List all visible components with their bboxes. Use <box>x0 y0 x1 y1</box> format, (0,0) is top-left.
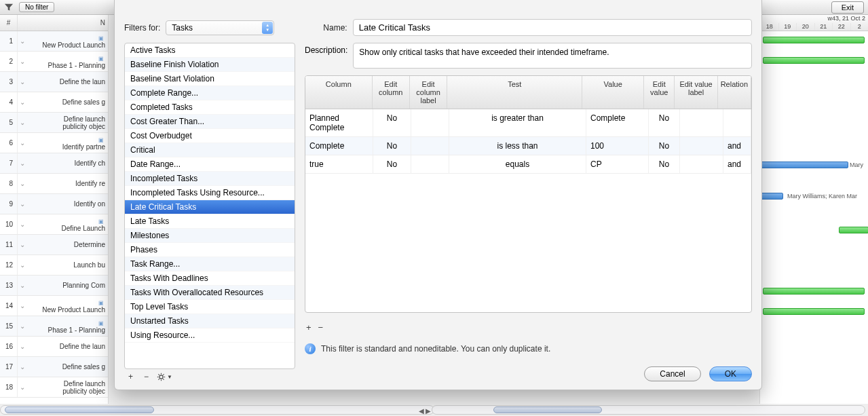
disclosure-icon[interactable]: ▣ <box>98 320 104 326</box>
task-row[interactable]: 14⌄▣New Product Launch <box>0 296 108 316</box>
filter-list-item[interactable]: Date Range... <box>125 157 295 172</box>
filters-for-select[interactable] <box>166 20 274 35</box>
filter-list-item[interactable]: Late Critical Tasks <box>125 200 295 214</box>
filters-for-value[interactable] <box>166 20 274 35</box>
description-input[interactable]: Show only critical tasks that have excee… <box>353 43 752 69</box>
criteria-row[interactable]: trueNoequalsCPNoand <box>305 155 751 174</box>
filter-list-item[interactable]: Cost Greater Than... <box>125 115 295 129</box>
task-row[interactable]: 11⌄Determine <box>0 235 108 255</box>
th-edit-value-label[interactable]: Edit value label <box>675 76 717 109</box>
filter-actions-menu[interactable]: ▼ <box>157 373 172 381</box>
criteria-row[interactable]: Planned CompleteNois greater thanComplet… <box>305 109 751 137</box>
add-filter-button[interactable]: + <box>126 372 136 381</box>
gantt-bar[interactable] <box>760 162 848 168</box>
gantt-bar[interactable] <box>839 227 868 233</box>
task-row[interactable]: 3⌄Define the laun <box>0 72 108 92</box>
task-row[interactable]: 7⌄Identify ch <box>0 153 108 174</box>
filter-icon[interactable] <box>4 3 14 12</box>
task-row[interactable]: 4⌄Define sales g <box>0 92 108 113</box>
filter-list-item[interactable]: Incompleted Tasks Using Resource... <box>125 186 295 200</box>
cancel-button[interactable]: Cancel <box>644 366 700 381</box>
filter-list-item[interactable]: Cost Overbudget <box>125 129 295 143</box>
disclosure-icon[interactable]: ▣ <box>98 35 104 41</box>
gear-icon <box>157 373 166 381</box>
task-row-indicator-icon: ⌄ <box>18 322 27 330</box>
task-row-indicator-icon: ⌄ <box>18 159 27 167</box>
scroll-right-icon[interactable]: ▶ <box>426 407 431 415</box>
exit-button[interactable]: Exit <box>831 1 864 14</box>
th-value[interactable]: Value <box>582 76 644 109</box>
task-row-number: 8 <box>0 174 18 193</box>
th-test[interactable]: Test <box>447 76 582 109</box>
horizontal-scrollbar-left[interactable]: ◀▶ <box>0 405 434 415</box>
filter-list-item[interactable]: Task Range... <box>125 257 295 271</box>
task-row-indicator-icon: ⌄ <box>18 200 27 208</box>
ok-button[interactable]: OK <box>709 366 752 381</box>
task-row-indicator-icon: ⌄ <box>18 58 27 65</box>
task-row[interactable]: 15⌄▣Phase 1 - Planning <box>0 316 108 337</box>
disclosure-icon[interactable]: ▣ <box>98 137 104 143</box>
task-row[interactable]: 13⌄Planning Com <box>0 276 108 296</box>
horizontal-scrollbar-right[interactable] <box>432 405 865 415</box>
filter-list-item[interactable]: Complete Range... <box>125 86 295 100</box>
filter-list-item[interactable]: Baseline Start Violation <box>125 72 295 86</box>
svg-line-5 <box>158 374 159 375</box>
gantt-bar[interactable] <box>763 57 865 64</box>
task-row-name: Planning Com <box>27 282 108 289</box>
filter-list-item[interactable]: Phases <box>125 243 295 257</box>
scroll-left-icon[interactable]: ◀ <box>419 407 424 415</box>
task-row[interactable]: 18⌄Define launchpublicity objec <box>0 377 108 398</box>
filter-list-item[interactable]: Critical <box>125 143 295 157</box>
task-row[interactable]: 8⌄Identify re <box>0 174 108 194</box>
task-row[interactable]: 6⌄▣Identify partne <box>0 133 108 153</box>
filter-list-item[interactable]: Tasks With Overallocated Resources <box>125 286 295 300</box>
select-stepper-icon[interactable] <box>262 22 273 34</box>
task-row-number: 16 <box>0 337 18 356</box>
cell-relation <box>723 109 751 136</box>
task-row[interactable]: 16⌄Define the laun <box>0 337 108 357</box>
filter-list-item[interactable]: Active Tasks <box>125 43 295 58</box>
task-row[interactable]: 10⌄▣Define Launch <box>0 214 108 235</box>
disclosure-icon[interactable]: ▣ <box>98 219 104 225</box>
task-row[interactable]: 9⌄Identify on <box>0 194 108 214</box>
th-edit-column[interactable]: Edit column <box>373 76 410 109</box>
remove-criterion-button[interactable]: − <box>318 322 324 333</box>
filter-list-item[interactable]: Baseline Finish Violation <box>125 58 295 72</box>
filter-list-item[interactable]: Unstarted Tasks <box>125 314 295 328</box>
task-row[interactable]: 5⌄Define launchpublicity objec <box>0 113 108 133</box>
filter-list-item[interactable]: Using Resource... <box>125 328 295 343</box>
th-edit-value[interactable]: Edit value <box>644 76 675 109</box>
filter-list-item[interactable]: Completed Tasks <box>125 100 295 115</box>
task-row[interactable]: 2⌄▣Phase 1 - Planning <box>0 52 108 72</box>
scrollbar-thumb[interactable] <box>5 406 154 413</box>
task-row[interactable]: 17⌄Define sales g <box>0 357 108 377</box>
criteria-toolbar: + − <box>305 320 752 333</box>
cell-edit-value-label <box>680 109 723 136</box>
filter-list[interactable]: Active TasksBaseline Finish ViolationBas… <box>124 43 295 369</box>
criteria-row[interactable]: CompleteNois less than100Noand <box>305 137 751 155</box>
filter-list-item[interactable]: Incompleted Tasks <box>125 172 295 186</box>
disclosure-icon[interactable]: ▣ <box>98 300 104 306</box>
filter-list-item[interactable]: Milestones <box>125 229 295 243</box>
gantt-bar[interactable] <box>763 288 865 295</box>
scrollbar-thumb[interactable] <box>493 406 602 413</box>
filter-name-input[interactable] <box>353 19 752 36</box>
chevron-down-icon: ▼ <box>167 374 172 380</box>
task-row-name: Define launchpublicity objec <box>27 380 108 395</box>
th-relation[interactable]: Relation <box>718 76 751 109</box>
filter-list-item[interactable]: Top Level Tasks <box>125 300 295 314</box>
gantt-bar[interactable] <box>763 37 865 43</box>
task-row[interactable]: 1⌄▣New Product Launch <box>0 31 108 52</box>
gantt-bar[interactable] <box>760 193 783 200</box>
filter-indicator[interactable]: No filter <box>19 2 54 12</box>
filter-list-item[interactable]: Tasks With Deadlines <box>125 271 295 286</box>
add-criterion-button[interactable]: + <box>306 322 312 333</box>
gantt-day-header: 20 <box>796 23 814 31</box>
disclosure-icon[interactable]: ▣ <box>98 56 104 62</box>
th-edit-column-label[interactable]: Edit column label <box>410 76 447 109</box>
remove-filter-button[interactable]: − <box>141 372 151 381</box>
filter-list-item[interactable]: Late Tasks <box>125 214 295 229</box>
gantt-bar[interactable] <box>763 308 865 315</box>
task-row[interactable]: 12⌄Launch bu <box>0 255 108 276</box>
th-column[interactable]: Column <box>305 76 373 109</box>
